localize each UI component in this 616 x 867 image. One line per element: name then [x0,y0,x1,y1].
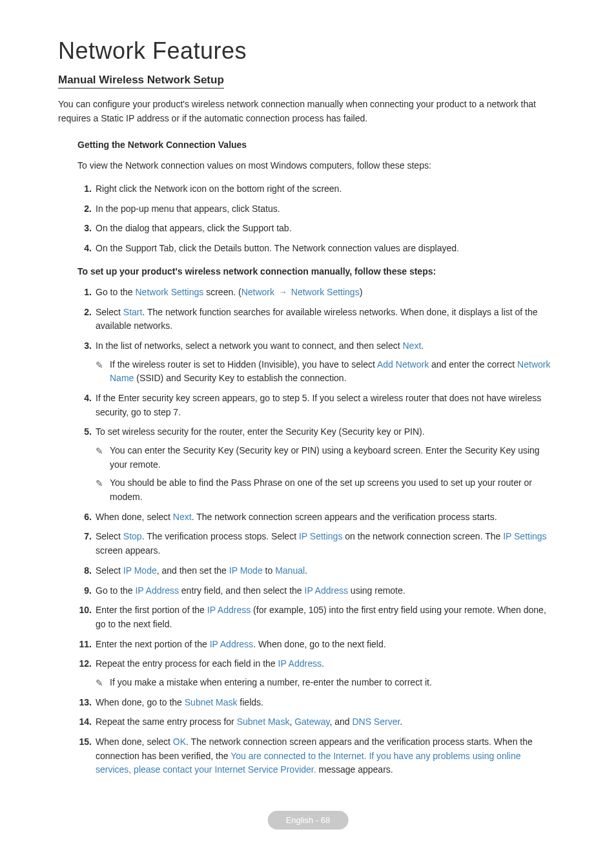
section-manual-setup: To set up your product's wireless networ… [58,266,558,777]
ui-term: DNS Server [352,716,400,727]
section-heading: Manual Wireless Network Setup [58,74,224,89]
step-item: When done, select Next. The network conn… [77,510,558,525]
step-item: When done, go to the Subnet Mask fields. [77,696,558,710]
section-title: Getting the Network Connection Values [77,140,558,150]
page-content: Network Features Manual Wireless Network… [0,0,616,777]
ui-term: Start [123,307,143,317]
step-item: Go to the IP Address entry field, and th… [77,584,558,598]
step-item: Enter the first portion of the IP Addres… [77,603,558,631]
ui-term: IP Address [305,585,348,596]
ui-term: Subnet Mask [237,716,290,727]
ui-term: IP Address [207,605,251,615]
section-getting-values: Getting the Network Connection Values To… [58,140,558,255]
ui-term: IP Settings [299,531,342,541]
step-item: On the Support Tab, click the Details bu… [77,242,558,256]
ui-term: Manual [275,565,305,576]
ui-term: IP Address [278,658,322,669]
note: You should be able to find the Pass Phra… [96,476,558,504]
arrow-icon: → [274,287,291,297]
ui-term: Gateway [294,716,329,727]
step-item: Select Start. The network function searc… [77,306,558,333]
step-item: Go to the Network Settings screen. (Netw… [77,286,558,300]
step-item: Select Stop. The verification process st… [77,530,558,558]
step-item: Repeat the same entry process for Subnet… [77,715,558,729]
steps-list: Right click the Network icon on the bott… [77,182,558,256]
ui-term: Next [173,512,192,522]
note: If you make a mistake when entering a nu… [96,676,558,690]
step-item: In the pop-up menu that appears, click S… [77,202,558,216]
step-item: In the list of networks, select a networ… [77,339,558,386]
ui-term: Next [402,340,421,351]
step-item: If the Enter security key screen appears… [77,392,558,419]
page-title: Network Features [58,37,558,65]
ui-term: Add Network [377,359,429,370]
note: You can enter the Security Key (Security… [96,444,558,472]
ui-term: OK [173,736,186,747]
ui-term: Network [241,287,274,297]
ui-term: IP Mode [123,565,157,576]
ui-term: Stop [123,531,142,541]
ui-term: Network Settings [291,287,360,297]
step-item: Repeat the entry process for each field … [77,657,558,689]
ui-term: IP Address [135,585,178,596]
section-description: To view the Network connection values on… [77,159,558,173]
step-item: To set wireless security for the router,… [77,425,558,504]
ui-term: IP Address [210,639,253,649]
step-item: Enter the next portion of the IP Address… [77,638,558,652]
ui-term: Subnet Mask [185,697,238,707]
step-item: When done, select OK. The network connec… [77,735,558,777]
ui-term: IP Mode [229,565,263,576]
step-item: Select IP Mode, and then set the IP Mode… [77,564,558,578]
steps-list: Go to the Network Settings screen. (Netw… [77,286,558,777]
note: If the wireless router is set to Hidden … [96,358,558,386]
step-item: On the dialog that appears, click the Su… [77,222,558,236]
intro-paragraph: You can configure your product's wireles… [58,98,558,125]
page-number-badge: English - 68 [268,811,349,830]
section-title: To set up your product's wireless networ… [77,266,558,277]
ui-term: Network Settings [135,287,203,297]
step-item: Right click the Network icon on the bott… [77,182,558,196]
ui-term: IP Settings [503,531,546,541]
